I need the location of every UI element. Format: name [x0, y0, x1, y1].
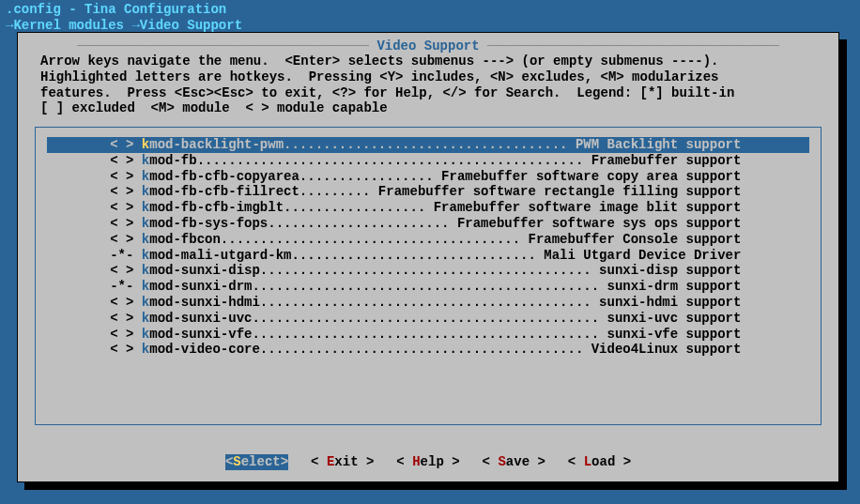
- menu-item-mod-sunxi-disp[interactable]: < > kmod-sunxi-disp.....................…: [47, 263, 809, 279]
- menu-item-marker[interactable]: < >: [110, 342, 142, 357]
- menu-item-mod-video-core[interactable]: < > kmod-video-core.....................…: [47, 342, 809, 358]
- button-hotkey: H: [412, 454, 420, 469]
- menu-item-mod-sunxi-vfe[interactable]: < > kmod-sunxi-vfe......................…: [47, 327, 809, 343]
- menu-item-marker[interactable]: < >: [110, 263, 142, 278]
- menu-item-marker[interactable]: < >: [110, 169, 142, 184]
- menu-item-text: mod-video-core..........................…: [149, 342, 741, 357]
- menu-item-text: mod-sunxi-uvc...........................…: [149, 311, 741, 326]
- menu-item-hotkey: k: [142, 153, 149, 168]
- menu-item-text: mod-mali-utgard-km......................…: [149, 248, 741, 263]
- menu-item-hotkey: k: [142, 184, 149, 199]
- breadcrumb-part-0[interactable]: Kernel modules: [13, 18, 124, 33]
- menu-item-hotkey: k: [142, 248, 149, 263]
- menu-item-marker[interactable]: < >: [110, 311, 142, 326]
- menu-item-marker[interactable]: < >: [110, 327, 142, 342]
- dialog-title: ───────────────────────────────────── Vi…: [27, 38, 829, 54]
- menu-item-hotkey: k: [142, 327, 149, 342]
- menu-item-mod-sunxi-hdmi[interactable]: < > kmod-sunxi-hdmi.....................…: [47, 295, 809, 311]
- menu-item-text: mod-sunxi-disp..........................…: [149, 263, 741, 278]
- button-hotkey: S: [498, 454, 505, 469]
- instructions: Arrow keys navigate the menu. <Enter> se…: [40, 53, 816, 116]
- save-button[interactable]: < Save >: [483, 454, 545, 470]
- button-label-rest: ave: [506, 454, 530, 469]
- button-label-rest: elect: [241, 454, 281, 469]
- menu-item-hotkey: k: [142, 232, 149, 247]
- menu-item-marker[interactable]: < >: [110, 232, 142, 247]
- breadcrumb-part-1[interactable]: Video Support: [140, 18, 242, 33]
- menu-item-hotkey: k: [142, 311, 149, 326]
- button-label-rest: oad: [591, 454, 615, 469]
- menu-item-mod-backlight-pwm[interactable]: < > kmod-backlight-pwm..................…: [47, 137, 809, 153]
- menu-item-text: mod-backlight-pwm.......................…: [149, 137, 741, 152]
- menu-item-mod-mali-utgard-km[interactable]: -*- kmod-mali-utgard-km.................…: [47, 248, 809, 264]
- menu-item-mod-sunxi-uvc[interactable]: < > kmod-sunxi-uvc......................…: [47, 311, 809, 327]
- menu-item-marker[interactable]: < >: [110, 137, 142, 152]
- menu-list[interactable]: < > kmod-backlight-pwm..................…: [35, 127, 822, 425]
- menu-item-hotkey: k: [142, 200, 149, 215]
- menu-item-marker[interactable]: < >: [110, 200, 142, 215]
- menu-item-mod-sunxi-drm[interactable]: -*- kmod-sunxi-drm......................…: [47, 279, 809, 295]
- menu-item-mod-fb-cfb-fillrect[interactable]: < > kmod-fb-cfb-fillrect......... Frameb…: [47, 184, 809, 200]
- menu-item-text: mod-sunxi-vfe...........................…: [149, 327, 741, 342]
- menu-item-text: mod-fb-cfb-imgblt.................. Fram…: [149, 200, 741, 215]
- menu-item-mod-fb[interactable]: < > kmod-fb.............................…: [47, 153, 809, 169]
- select-button[interactable]: <Select>: [225, 454, 288, 470]
- menu-item-hotkey: k: [142, 263, 149, 278]
- menu-item-text: mod-fbcon...............................…: [149, 232, 741, 247]
- button-label-rest: elp: [421, 454, 444, 469]
- menu-item-hotkey: k: [142, 342, 149, 357]
- menu-item-mod-fb-cfb-copyarea[interactable]: < > kmod-fb-cfb-copyarea................…: [47, 169, 809, 185]
- menu-item-text: mod-fb-cfb-fillrect......... Framebuffer…: [149, 184, 741, 199]
- load-button[interactable]: < Load >: [568, 454, 631, 470]
- menu-item-mod-fbcon[interactable]: < > kmod-fbcon..........................…: [47, 232, 809, 248]
- menu-item-hotkey: k: [142, 295, 149, 310]
- menu-item-text: mod-sunxi-drm...........................…: [149, 279, 741, 294]
- dialog: ───────────────────────────────────── Vi…: [17, 32, 839, 482]
- menu-item-marker[interactable]: < >: [110, 153, 142, 168]
- help-button[interactable]: < Help >: [396, 454, 459, 470]
- button-bar: <Select>< Exit >< Help >< Save >< Load >: [18, 454, 838, 470]
- menu-item-text: mod-fb..................................…: [149, 153, 741, 168]
- menu-item-marker[interactable]: -*-: [110, 279, 142, 294]
- menu-item-text: mod-fb-sys-fops....................... F…: [149, 216, 741, 231]
- menu-item-hotkey: k: [142, 169, 149, 184]
- menu-item-hotkey: k: [142, 216, 149, 231]
- menu-item-mod-fb-sys-fops[interactable]: < > kmod-fb-sys-fops....................…: [47, 216, 809, 232]
- menu-item-text: mod-fb-cfb-copyarea................. Fra…: [149, 169, 741, 184]
- menu-item-marker[interactable]: < >: [110, 216, 142, 231]
- breadcrumb-arrow-2: →: [131, 18, 139, 33]
- window-title: .config - Tina Configuration: [0, 0, 860, 18]
- menu-item-marker[interactable]: < >: [110, 184, 142, 199]
- menu-item-hotkey: k: [142, 279, 149, 294]
- menu-item-marker[interactable]: -*-: [110, 248, 142, 263]
- terminal-screen: .config - Tina Configuration →Kernel mod…: [0, 0, 860, 504]
- button-hotkey: L: [584, 454, 591, 469]
- button-label-rest: xit: [334, 454, 358, 469]
- menu-item-hotkey: k: [142, 137, 149, 152]
- menu-item-marker[interactable]: < >: [110, 295, 142, 310]
- menu-item-text: mod-sunxi-hdmi..........................…: [149, 295, 741, 310]
- menu-item-mod-fb-cfb-imgblt[interactable]: < > kmod-fb-cfb-imgblt..................…: [47, 200, 809, 216]
- button-hotkey: S: [233, 454, 240, 469]
- exit-button[interactable]: < Exit >: [311, 454, 374, 470]
